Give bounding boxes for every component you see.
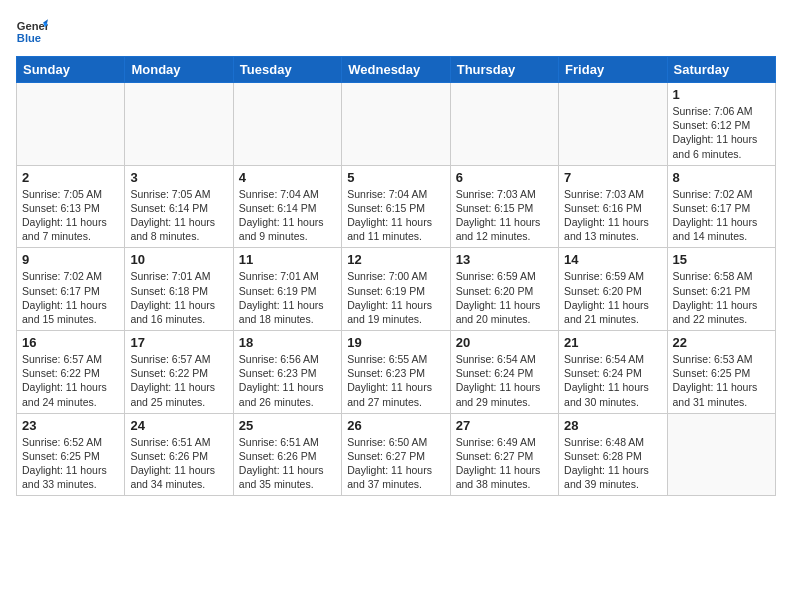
calendar-cell: 24Sunrise: 6:51 AM Sunset: 6:26 PM Dayli… [125,413,233,496]
day-info: Sunrise: 6:51 AM Sunset: 6:26 PM Dayligh… [130,435,227,492]
calendar-cell: 17Sunrise: 6:57 AM Sunset: 6:22 PM Dayli… [125,331,233,414]
week-row-0: 1Sunrise: 7:06 AM Sunset: 6:12 PM Daylig… [17,83,776,166]
calendar-cell: 23Sunrise: 6:52 AM Sunset: 6:25 PM Dayli… [17,413,125,496]
day-number: 24 [130,418,227,433]
day-info: Sunrise: 7:03 AM Sunset: 6:16 PM Dayligh… [564,187,661,244]
day-info: Sunrise: 7:00 AM Sunset: 6:19 PM Dayligh… [347,269,444,326]
day-number: 5 [347,170,444,185]
weekday-saturday: Saturday [667,57,775,83]
day-number: 13 [456,252,553,267]
day-number: 8 [673,170,770,185]
weekday-sunday: Sunday [17,57,125,83]
day-info: Sunrise: 7:02 AM Sunset: 6:17 PM Dayligh… [673,187,770,244]
calendar-cell [17,83,125,166]
calendar-cell: 9Sunrise: 7:02 AM Sunset: 6:17 PM Daylig… [17,248,125,331]
day-number: 2 [22,170,119,185]
day-number: 21 [564,335,661,350]
calendar-cell [667,413,775,496]
calendar-cell: 19Sunrise: 6:55 AM Sunset: 6:23 PM Dayli… [342,331,450,414]
calendar-cell [342,83,450,166]
svg-text:Blue: Blue [17,32,41,44]
calendar-cell [450,83,558,166]
day-info: Sunrise: 7:01 AM Sunset: 6:18 PM Dayligh… [130,269,227,326]
calendar-cell: 10Sunrise: 7:01 AM Sunset: 6:18 PM Dayli… [125,248,233,331]
day-info: Sunrise: 6:53 AM Sunset: 6:25 PM Dayligh… [673,352,770,409]
day-number: 4 [239,170,336,185]
week-row-4: 23Sunrise: 6:52 AM Sunset: 6:25 PM Dayli… [17,413,776,496]
calendar-cell: 15Sunrise: 6:58 AM Sunset: 6:21 PM Dayli… [667,248,775,331]
weekday-header-row: SundayMondayTuesdayWednesdayThursdayFrid… [17,57,776,83]
day-number: 26 [347,418,444,433]
day-number: 18 [239,335,336,350]
day-number: 3 [130,170,227,185]
logo: General Blue [16,16,48,48]
day-info: Sunrise: 6:48 AM Sunset: 6:28 PM Dayligh… [564,435,661,492]
calendar-cell [559,83,667,166]
day-info: Sunrise: 7:02 AM Sunset: 6:17 PM Dayligh… [22,269,119,326]
day-number: 10 [130,252,227,267]
weekday-wednesday: Wednesday [342,57,450,83]
calendar-cell: 1Sunrise: 7:06 AM Sunset: 6:12 PM Daylig… [667,83,775,166]
calendar-cell: 7Sunrise: 7:03 AM Sunset: 6:16 PM Daylig… [559,165,667,248]
calendar-cell: 11Sunrise: 7:01 AM Sunset: 6:19 PM Dayli… [233,248,341,331]
day-number: 20 [456,335,553,350]
weekday-thursday: Thursday [450,57,558,83]
day-info: Sunrise: 6:52 AM Sunset: 6:25 PM Dayligh… [22,435,119,492]
calendar-cell: 12Sunrise: 7:00 AM Sunset: 6:19 PM Dayli… [342,248,450,331]
calendar-cell: 14Sunrise: 6:59 AM Sunset: 6:20 PM Dayli… [559,248,667,331]
day-info: Sunrise: 6:54 AM Sunset: 6:24 PM Dayligh… [456,352,553,409]
day-number: 25 [239,418,336,433]
week-row-3: 16Sunrise: 6:57 AM Sunset: 6:22 PM Dayli… [17,331,776,414]
day-number: 9 [22,252,119,267]
calendar-cell: 21Sunrise: 6:54 AM Sunset: 6:24 PM Dayli… [559,331,667,414]
day-info: Sunrise: 6:59 AM Sunset: 6:20 PM Dayligh… [564,269,661,326]
calendar-cell: 18Sunrise: 6:56 AM Sunset: 6:23 PM Dayli… [233,331,341,414]
day-info: Sunrise: 7:05 AM Sunset: 6:14 PM Dayligh… [130,187,227,244]
calendar-cell: 13Sunrise: 6:59 AM Sunset: 6:20 PM Dayli… [450,248,558,331]
svg-text:General: General [17,20,48,32]
weekday-monday: Monday [125,57,233,83]
header: General Blue [16,16,776,48]
day-info: Sunrise: 6:56 AM Sunset: 6:23 PM Dayligh… [239,352,336,409]
day-number: 17 [130,335,227,350]
day-info: Sunrise: 6:59 AM Sunset: 6:20 PM Dayligh… [456,269,553,326]
weekday-friday: Friday [559,57,667,83]
calendar-cell: 16Sunrise: 6:57 AM Sunset: 6:22 PM Dayli… [17,331,125,414]
day-number: 11 [239,252,336,267]
day-number: 7 [564,170,661,185]
calendar-cell: 6Sunrise: 7:03 AM Sunset: 6:15 PM Daylig… [450,165,558,248]
calendar-cell: 22Sunrise: 6:53 AM Sunset: 6:25 PM Dayli… [667,331,775,414]
day-info: Sunrise: 6:57 AM Sunset: 6:22 PM Dayligh… [22,352,119,409]
week-row-2: 9Sunrise: 7:02 AM Sunset: 6:17 PM Daylig… [17,248,776,331]
calendar-cell: 25Sunrise: 6:51 AM Sunset: 6:26 PM Dayli… [233,413,341,496]
calendar-cell: 27Sunrise: 6:49 AM Sunset: 6:27 PM Dayli… [450,413,558,496]
day-info: Sunrise: 6:57 AM Sunset: 6:22 PM Dayligh… [130,352,227,409]
calendar-cell: 28Sunrise: 6:48 AM Sunset: 6:28 PM Dayli… [559,413,667,496]
day-info: Sunrise: 7:05 AM Sunset: 6:13 PM Dayligh… [22,187,119,244]
day-info: Sunrise: 6:51 AM Sunset: 6:26 PM Dayligh… [239,435,336,492]
day-info: Sunrise: 7:04 AM Sunset: 6:15 PM Dayligh… [347,187,444,244]
day-number: 19 [347,335,444,350]
calendar-cell: 4Sunrise: 7:04 AM Sunset: 6:14 PM Daylig… [233,165,341,248]
calendar-cell [125,83,233,166]
calendar-cell: 2Sunrise: 7:05 AM Sunset: 6:13 PM Daylig… [17,165,125,248]
page: General Blue SundayMondayTuesdayWednesda… [0,0,792,612]
day-info: Sunrise: 7:04 AM Sunset: 6:14 PM Dayligh… [239,187,336,244]
day-info: Sunrise: 7:01 AM Sunset: 6:19 PM Dayligh… [239,269,336,326]
day-number: 1 [673,87,770,102]
calendar-table: SundayMondayTuesdayWednesdayThursdayFrid… [16,56,776,496]
logo-icon: General Blue [16,16,48,48]
calendar-cell: 8Sunrise: 7:02 AM Sunset: 6:17 PM Daylig… [667,165,775,248]
calendar-cell: 20Sunrise: 6:54 AM Sunset: 6:24 PM Dayli… [450,331,558,414]
day-number: 16 [22,335,119,350]
calendar-cell: 3Sunrise: 7:05 AM Sunset: 6:14 PM Daylig… [125,165,233,248]
day-number: 12 [347,252,444,267]
day-number: 14 [564,252,661,267]
day-number: 15 [673,252,770,267]
day-info: Sunrise: 6:50 AM Sunset: 6:27 PM Dayligh… [347,435,444,492]
day-number: 23 [22,418,119,433]
day-info: Sunrise: 7:06 AM Sunset: 6:12 PM Dayligh… [673,104,770,161]
day-number: 6 [456,170,553,185]
day-info: Sunrise: 7:03 AM Sunset: 6:15 PM Dayligh… [456,187,553,244]
calendar-cell: 5Sunrise: 7:04 AM Sunset: 6:15 PM Daylig… [342,165,450,248]
